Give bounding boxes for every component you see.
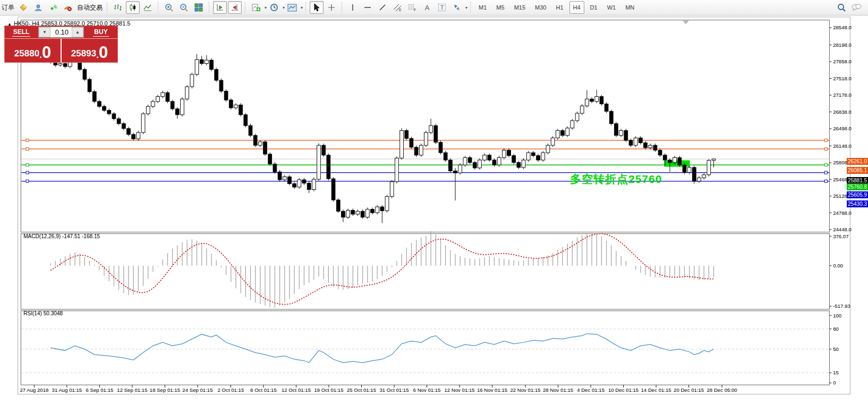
candle-body	[132, 135, 135, 139]
text-label-icon[interactable]: A	[420, 1, 434, 14]
price-badge-26085.1[interactable]: 26085.1	[847, 167, 868, 174]
candle-body	[707, 161, 711, 175]
line-handle[interactable]	[26, 148, 29, 150]
bar-chart-icon[interactable]	[111, 1, 125, 14]
price-badge-25760.8[interactable]: 25760.8	[847, 183, 868, 190]
line-handle[interactable]	[824, 164, 827, 166]
toolbar-separator	[305, 2, 307, 13]
crosshair-icon[interactable]	[325, 1, 338, 14]
price-tick-label: 27518.0	[833, 76, 852, 81]
line-handle[interactable]	[26, 171, 29, 174]
cursor-icon[interactable]	[310, 1, 324, 14]
tile-windows-icon[interactable]	[192, 1, 206, 14]
candle-body	[390, 182, 394, 197]
line-handle[interactable]	[824, 139, 827, 141]
line-handle[interactable]	[26, 180, 29, 182]
timeframe-mn[interactable]: MN	[622, 1, 638, 14]
signals-icon[interactable]	[46, 1, 60, 14]
price-badge-25605.9[interactable]: 25605.9	[847, 191, 868, 198]
line-handle[interactable]	[824, 148, 827, 150]
toolbar-separator	[470, 2, 471, 13]
candle-body	[103, 106, 106, 110]
auto-trading-label[interactable]: 自动交易	[77, 3, 103, 12]
line-handle[interactable]	[824, 171, 827, 174]
candle-body	[541, 153, 545, 160]
price-badge-26261.0[interactable]: 26261.0	[847, 158, 868, 165]
auto-trading-icon[interactable]	[61, 1, 75, 14]
timeframe-d1[interactable]: D1	[586, 1, 601, 14]
candle-body	[644, 143, 648, 148]
auto-scroll-icon[interactable]	[213, 1, 227, 14]
fibonacci-icon[interactable]: F	[405, 1, 419, 14]
candlestick-chart-icon[interactable]	[126, 1, 140, 14]
candle-body	[205, 60, 209, 63]
toolbar-separator	[158, 2, 159, 13]
candle-body	[92, 91, 96, 102]
candle-body	[322, 145, 326, 155]
time-axis-label: 6 Nov 01:15	[413, 387, 441, 393]
equidistant-channel-icon[interactable]: E	[390, 1, 404, 14]
one-click-trading-panel: SELL ▼ 0.10 ▲ BUY 25880.0 25893.0	[4, 26, 118, 63]
volume-input[interactable]: 0.10	[50, 27, 72, 37]
community-icon[interactable]	[31, 1, 45, 14]
pivot-annotation[interactable]: 多空转折点25760	[570, 172, 662, 187]
line-chart-icon[interactable]	[141, 1, 155, 14]
trendline-icon[interactable]	[376, 1, 389, 14]
buy-button[interactable]: BUY	[84, 26, 117, 38]
candle-body	[624, 130, 628, 140]
chevron-down-icon[interactable]: ▾	[265, 5, 267, 10]
period-clock-icon[interactable]	[267, 1, 281, 14]
candle-body	[151, 102, 155, 106]
zoom-in-icon[interactable]	[162, 1, 176, 14]
search-icon[interactable]	[835, 1, 848, 14]
candle-body	[83, 70, 87, 80]
timeframe-m30[interactable]: M30	[531, 1, 550, 14]
time-axis-label: 18 Sep 01:15	[150, 387, 180, 393]
candle-body	[697, 178, 701, 181]
order-button[interactable]: 订单	[2, 3, 14, 12]
vertical-line-icon[interactable]	[346, 1, 360, 14]
text-box-icon[interactable]: T	[435, 1, 449, 14]
chevron-down-icon[interactable]: ▾	[301, 5, 303, 10]
volume-decrease-button[interactable]: ▼	[39, 27, 50, 37]
horizontal-line-icon[interactable]	[361, 1, 375, 14]
candle-body	[595, 97, 599, 102]
timeframe-m5[interactable]: M5	[492, 1, 508, 14]
candle-body	[649, 145, 652, 148]
timeframe-h4[interactable]: H4	[569, 1, 584, 14]
price-tick-label: 24448.0	[833, 227, 852, 232]
chart-shift-icon[interactable]	[228, 1, 242, 14]
timeframe-m1[interactable]: M1	[475, 1, 490, 14]
chat-icon[interactable]	[849, 1, 863, 14]
timeframe-h1[interactable]: H1	[552, 1, 567, 14]
chevron-down-icon[interactable]: ▾	[283, 5, 285, 10]
sell-button[interactable]: SELL	[5, 26, 38, 38]
chart-template-icon[interactable]	[285, 1, 299, 14]
candle-body	[561, 130, 565, 135]
candle-body	[468, 157, 472, 162]
volume-spinner: ▼ 0.10 ▲	[38, 27, 84, 38]
line-handle[interactable]	[824, 180, 827, 182]
line-handle[interactable]	[26, 139, 29, 141]
line-handle[interactable]	[26, 164, 29, 166]
candle-body	[458, 165, 462, 173]
candle-body	[63, 64, 67, 67]
time-axis-label: 2 Oct 01:15	[218, 387, 244, 393]
price-badge-25430.3[interactable]: 25430.3	[847, 200, 868, 207]
buy-price[interactable]: 25893.0	[62, 39, 117, 62]
candle-body	[336, 200, 340, 211]
sell-price[interactable]: 25880.0	[5, 39, 62, 62]
arrows-shapes-icon[interactable]	[450, 1, 464, 14]
chevron-down-icon[interactable]: ▾	[465, 5, 467, 10]
add-indicator-icon[interactable]	[249, 1, 263, 14]
chart-canvas[interactable]: 28548.028198.027858.027518.027178.026838…	[0, 16, 868, 411]
candle-body	[385, 197, 389, 211]
candle-body	[327, 155, 330, 179]
timeframe-group: M1 M5 M15 M30 H1 H4 D1 W1 MN	[474, 0, 639, 15]
volume-increase-button[interactable]: ▲	[72, 27, 83, 37]
gem-icon[interactable]	[16, 1, 30, 14]
timeframe-m15[interactable]: M15	[510, 1, 529, 14]
zoom-out-icon[interactable]	[177, 1, 191, 14]
time-axis-label: 12 Oct 01:15	[282, 387, 311, 393]
timeframe-w1[interactable]: W1	[603, 1, 620, 14]
